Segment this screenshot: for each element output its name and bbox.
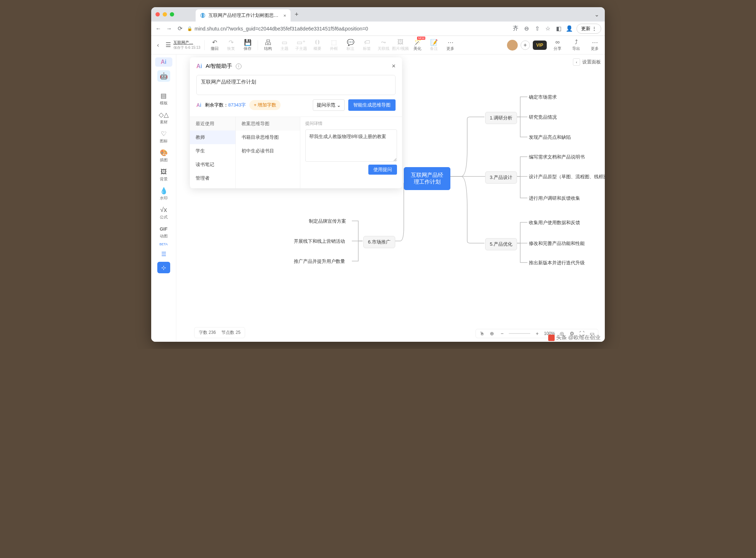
center-icon[interactable]: ⊕ [489,331,495,336]
more-button[interactable]: ⋯更多 [442,37,458,53]
template-item[interactable]: 初中生必读书目 [236,144,300,158]
url-text: mind.shutu.cn/?works_guid=c2044dbe35fef3… [195,26,368,32]
mindmap-leaf[interactable]: 推出新版本并进行迭代升级 [529,260,585,266]
save-button[interactable]: 💾保存 [240,37,255,53]
note-button[interactable]: 💬标注 [343,37,358,53]
zoom-icon[interactable]: ⊖ [523,25,530,32]
formula-tool[interactable]: √x公式 [155,204,172,221]
more-right-button[interactable]: ⋯更多 [587,37,603,53]
mindmap-leaf[interactable]: 收集用户使用数据和反馈 [529,219,580,226]
close-tab-icon[interactable]: × [283,13,286,18]
browser-tab[interactable]: 互联网产品经理工作计划树图思… × [196,9,291,22]
export-button[interactable]: ⤴导出 [568,37,584,53]
remark-button[interactable]: 📝备注 [426,37,442,53]
subtopic-button[interactable]: ▭⁺子主题 [293,37,309,53]
template-icon: ▤ [161,92,167,100]
watermark: 头条 @欧维在创业 [548,334,601,341]
material-tool[interactable]: ◇△素材 [155,109,172,126]
url-field[interactable]: 🔒 mind.shutu.cn/?works_guid=c2044dbe35fe… [187,26,508,32]
mindmap-leaf[interactable]: 开展线下和线上营销活动 [294,238,345,245]
outline-view-button[interactable]: ☰ [157,248,170,260]
share-icon[interactable]: ⇧ [533,25,541,32]
tab-title: 互联网产品经理工作计划树图思… [209,12,278,19]
mindmap-leaf[interactable]: 确定市场需求 [529,94,557,100]
close-window-button[interactable] [155,12,160,16]
mindmap-leaf[interactable]: 推广产品并提升用户数量 [294,258,345,265]
settings-panel-toggle[interactable]: ‹ 设置面板 [569,57,605,67]
tabs-dropdown-icon[interactable]: ⌄ [594,11,599,18]
reload-button[interactable]: ⟳ [176,25,183,32]
info-icon[interactable]: i [236,63,241,69]
mindmap-view-button[interactable]: ⊹ [157,262,170,273]
use-example-button[interactable]: 使用提问 [368,165,397,175]
ai-robot-tool[interactable]: 🤖 [155,69,172,83]
ai-input[interactable]: 互联网产品经理工作计划 [196,75,396,95]
topic-button[interactable]: ▭主题 [277,37,292,53]
vip-button[interactable]: VIP [533,41,547,50]
canvas[interactable]: ‹ 设置面板 Ai AI智能助手 i × 互联网产品经理工作计划 Ai 剩余字数… [176,55,605,342]
mindmap-leaf[interactable]: 修改和完善产品功能和性能 [529,240,585,247]
mindmap-leaf[interactable]: 编写需求文档和产品说明书 [529,154,585,160]
tag-button[interactable]: 🏷标签 [359,37,375,53]
zoom-out-button[interactable]: − [499,331,505,336]
translate-icon[interactable]: ⻬ [512,25,519,32]
invite-button[interactable]: + [521,41,530,50]
close-panel-icon[interactable]: × [392,62,396,70]
example-dropdown[interactable]: 提问示范⌄ [313,99,345,111]
add-words-button[interactable]: 增加字数 [249,100,281,110]
media-button[interactable]: 🖼图片/视频 [392,37,409,53]
mindmap-leaf[interactable]: 研究竞品情况 [529,114,557,120]
update-button[interactable]: 更新⋮ [576,24,601,34]
generate-button[interactable]: 智能生成思维导图 [348,99,396,111]
profile-icon[interactable]: 👤 [566,25,573,32]
new-tab-button[interactable]: + [295,11,299,18]
mouse-icon[interactable]: 🖱 [479,331,485,336]
mindmap-leaf[interactable]: 进行用户调研和反馈收集 [529,195,580,202]
template-item[interactable]: 书籍目录思维导图 [236,131,300,144]
structure-button[interactable]: 品结构 [260,37,276,53]
mindmap-root-node[interactable]: 互联网产品经理工作计划 [404,167,450,190]
redo-button[interactable]: ↷恢复 [223,37,239,53]
relation-button[interactable]: ⤳关联线 [375,37,391,53]
mindmap-leaf[interactable]: 制定品牌宣传方案 [309,218,346,224]
zoom-in-button[interactable]: + [534,331,540,336]
forward-button[interactable]: → [166,25,173,32]
category-header: 最近使用 [190,117,235,131]
category-item[interactable]: 读书笔记 [190,158,235,171]
background-tool[interactable]: 🖼背景 [155,166,172,183]
boundary-button[interactable]: ⬚外框 [326,37,342,53]
extensions-icon[interactable]: ◧ [555,25,562,32]
back-button[interactable]: ← [155,25,162,32]
document-info[interactable]: 互联网产… 保存于 6-6 15:13 [173,40,202,50]
template-tool[interactable]: ▤模板 [155,90,172,107]
zoom-slider[interactable] [509,333,530,334]
gif-tool[interactable]: GIF动图 [155,223,172,240]
beautify-button[interactable]: 🪄美化NEW [410,37,425,53]
category-item[interactable]: 管理者 [190,171,235,185]
maximize-window-button[interactable] [170,12,174,16]
summary-button[interactable]: ⟬⟭概要 [310,37,325,53]
watermark-tool[interactable]: 💧水印 [155,185,172,202]
mindmap-branch-node[interactable]: 5.产品优化 [485,238,517,250]
mindmap-branch-node[interactable]: 6.市场推广 [363,236,395,248]
bookmark-icon[interactable]: ☆ [544,25,551,32]
share-button[interactable]: ∞分享 [550,37,565,53]
ai-tool[interactable]: Ai [155,57,172,67]
category-item[interactable]: 教师 [190,131,235,144]
category-item[interactable]: 自媒体 [190,185,235,188]
mindmap-branch-node[interactable]: 3.产品设计 [485,171,517,184]
chevron-left-icon[interactable]: ‹ [573,58,580,66]
user-avatar[interactable] [507,40,518,51]
menu-icon[interactable]: ☰ [163,37,173,53]
minimize-window-button[interactable] [163,12,167,16]
mindmap-leaf[interactable]: 设计产品原型（草图、流程图、线框图等） [529,174,605,180]
icon-tool[interactable]: ♡图标 [155,128,172,145]
illustration-tool[interactable]: 🎨插图 [155,147,172,164]
back-icon[interactable]: ‹ [153,37,163,53]
mindmap-branch-node[interactable]: 1.调研分析 [485,112,517,124]
undo-button[interactable]: ↶撤回 [207,37,223,53]
mindmap-leaf[interactable]: 发现产品亮点和缺陷 [529,134,571,141]
detail-textarea[interactable]: 帮我生成人教版物理8年级上册的教案 [305,129,397,162]
category-item[interactable]: 学生 [190,144,235,158]
site-icon [200,13,206,18]
